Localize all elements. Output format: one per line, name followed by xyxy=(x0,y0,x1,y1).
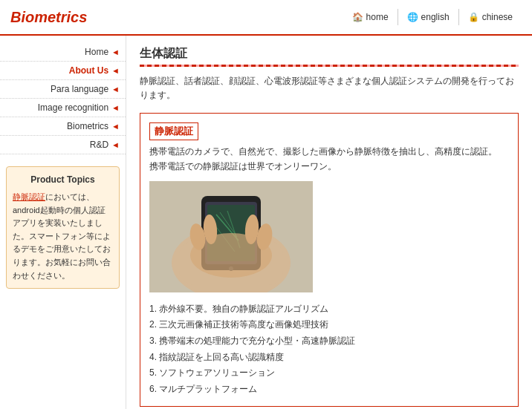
product-topics-box: Product Topics 静脈認証においては、android起動時の個人認証… xyxy=(6,166,120,289)
hand-phone-illustration xyxy=(149,181,313,292)
nav-english-link[interactable]: 🌐 english xyxy=(398,9,458,25)
feature-item: ソフトウェアソリューション xyxy=(149,365,509,382)
page-title: 生体認証 xyxy=(140,46,519,62)
section-box: 静脈認証 携帯電話のカメラで、自然光で、撮影した画像から静脈特徴を抽出し、高精度… xyxy=(140,113,519,407)
sidebar-item-rd[interactable]: R&D ◄ xyxy=(0,136,126,154)
header-nav: 🏠 home 🌐 english 🔒 chinese xyxy=(343,9,522,25)
home-icon: 🏠 xyxy=(352,12,363,22)
sidebar: Home ◄ About Us ◄ Para language ◄ Image … xyxy=(0,36,126,409)
sidebar-item-about[interactable]: About Us ◄ xyxy=(0,62,126,80)
logo: Biometrics xyxy=(10,9,87,26)
section-title: 静脈認証 xyxy=(149,122,198,140)
feature-item: 三次元画像補正技術等高度な画像処理技術 xyxy=(149,317,509,333)
page-intro: 静脈認証、話者認証、顔認証、心電波形認証等さまざまな個人認証システムの開発を行っ… xyxy=(140,74,519,102)
feature-item: 携帯端末の処理能力で充分な小型・高速静脈認証 xyxy=(149,333,509,350)
section-desc: 携帯電話のカメラで、自然光で、撮影した画像から静脈特徴を抽出し、高精度に認証。 … xyxy=(149,145,509,173)
product-topics-body: 静脈認証においては、android起動時の個人認証アプリを実装いたしました。スマ… xyxy=(13,191,113,282)
sidebar-nav: Home ◄ About Us ◄ Para language ◄ Image … xyxy=(0,43,126,154)
sidebar-item-image[interactable]: Image recognition ◄ xyxy=(0,99,126,117)
nav-chinese-link[interactable]: 🔒 chinese xyxy=(458,9,522,25)
title-divider xyxy=(140,65,519,67)
english-icon: 🌐 xyxy=(407,12,418,22)
sidebar-item-home[interactable]: Home ◄ xyxy=(0,43,126,62)
chinese-icon: 🔒 xyxy=(468,12,479,22)
content-area: 生体認証 静脈認証、話者認証、顔認証、心電波形認証等さまざまな個人認証システムの… xyxy=(126,36,532,409)
product-topics-title: Product Topics xyxy=(13,173,113,186)
main-layout: Home ◄ About Us ◄ Para language ◄ Image … xyxy=(0,36,532,409)
header: Biometrics 🏠 home 🌐 english 🔒 chinese xyxy=(0,0,532,36)
nav-home-link[interactable]: 🏠 home xyxy=(343,9,398,25)
section-image xyxy=(149,181,313,292)
feature-item: 指紋認証を上回る高い認識精度 xyxy=(149,350,509,366)
sidebar-item-biometrics[interactable]: Biometrics ◄ xyxy=(0,117,126,136)
sidebar-item-para[interactable]: Para language ◄ xyxy=(0,80,126,99)
svg-point-15 xyxy=(190,233,272,278)
feature-item: マルチプラットフォーム xyxy=(149,382,509,398)
product-topics-link[interactable]: 静脈認証 xyxy=(13,192,45,201)
feature-list: 赤外線不要。独自の静脈認証アルゴリズム 三次元画像補正技術等高度な画像処理技術 … xyxy=(149,301,509,398)
feature-item: 赤外線不要。独自の静脈認証アルゴリズム xyxy=(149,301,509,318)
